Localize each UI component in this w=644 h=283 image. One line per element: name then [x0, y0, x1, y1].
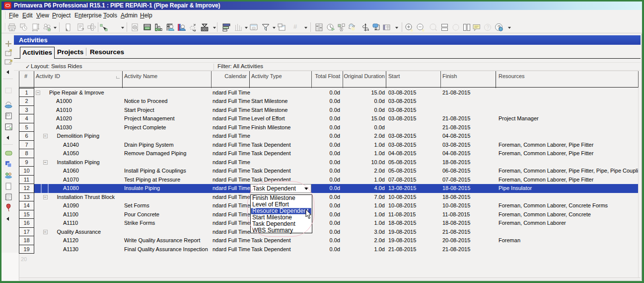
- svg-text:?: ?: [487, 25, 490, 30]
